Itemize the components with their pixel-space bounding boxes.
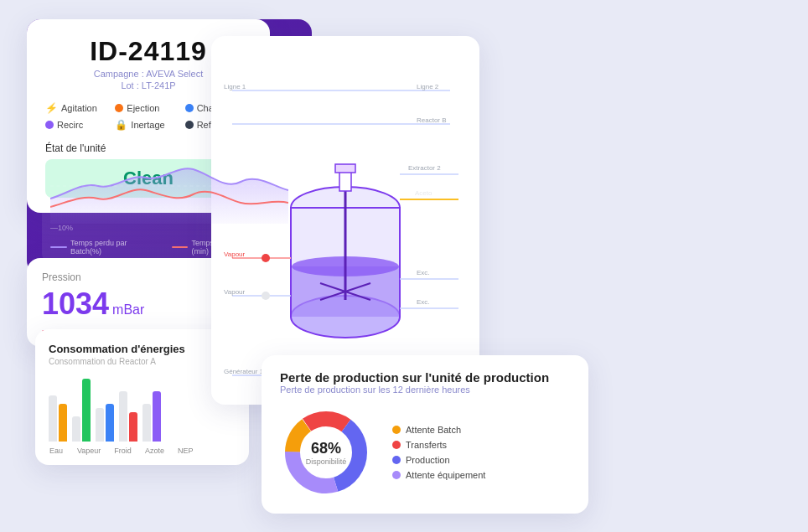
svg-text:Exc.: Exc. <box>417 298 430 306</box>
production-dot <box>392 456 401 464</box>
tag-inertage: 🔒 Inertage <box>115 119 181 131</box>
svg-rect-18 <box>335 164 355 173</box>
bar-froid <box>96 404 114 442</box>
production-card: Perte de production sur l'unité de produ… <box>262 355 588 514</box>
chaud-dot <box>185 104 194 112</box>
tag-ejection: Ejection <box>115 102 181 114</box>
legend-attente-batch: Attente Batch <box>392 425 485 435</box>
attente-batch-dot <box>392 426 401 434</box>
energy-title: Consommation d'énergies <box>49 343 236 355</box>
pressure-value: 1034 mBar <box>42 287 221 322</box>
svg-text:Ligne 2: Ligne 2 <box>417 83 439 90</box>
transferts-label: Transferts <box>406 440 447 450</box>
dashboard-scene: ID-24119 Campagne : AVEVA Select Lot : L… <box>27 19 781 514</box>
chart-svg-area <box>50 148 288 224</box>
donut-chart: 68% Disponibilité <box>280 406 372 498</box>
svg-text:Vapour: Vapour <box>224 288 246 296</box>
energy-bar-chart <box>49 374 236 442</box>
ejection-dot <box>115 104 123 112</box>
legend-transferts: Transferts <box>392 440 485 450</box>
recirc-dot <box>45 121 54 129</box>
pressure-number: 1034 <box>42 287 109 322</box>
legend-purple: Temps perdu par Batch(%) <box>50 239 160 256</box>
legend-production: Production <box>392 455 485 465</box>
svg-text:Générateur 1: Générateur 1 <box>224 368 264 375</box>
attente-batch-label: Attente Batch <box>406 425 461 435</box>
tag-recirc: Recirc <box>45 119 111 131</box>
axis-left-bottom: —10% <box>50 224 73 232</box>
prod-legend: Attente Batch Transferts Production Atte… <box>392 425 485 480</box>
bar-labels: Eau Vapeur Froid Azote NEP <box>49 447 236 455</box>
svg-text:Exc.: Exc. <box>417 269 430 276</box>
refroi-dot <box>185 121 194 129</box>
pressure-label: Pression <box>42 271 221 283</box>
svg-point-21 <box>262 254 270 262</box>
donut-percentage: 68% <box>306 439 347 457</box>
donut-label: 68% Disponibilité <box>306 439 347 465</box>
svg-text:Extractor 2: Extractor 2 <box>408 164 441 172</box>
svg-text:Vapour: Vapour <box>224 251 246 258</box>
svg-text:Reactor B: Reactor B <box>417 116 447 124</box>
bar-vapeur <box>72 379 91 442</box>
svg-point-24 <box>262 292 270 300</box>
prod-content: 68% Disponibilité Attente Batch Transfer… <box>280 406 570 498</box>
pressure-unit: mBar <box>112 302 144 318</box>
svg-text:Ligne 1: Ligne 1 <box>224 83 246 90</box>
tag-agitation: ⚡ Agitation <box>45 102 111 114</box>
attente-equipement-label: Attente équipement <box>406 470 485 480</box>
attente-equipement-dot <box>392 471 401 479</box>
production-label: Production <box>406 455 450 465</box>
prod-title: Perte de production sur l'unité de produ… <box>280 370 570 385</box>
svg-text:Aceto: Aceto <box>415 189 432 197</box>
bar-azote <box>119 391 137 442</box>
transferts-dot <box>392 441 401 449</box>
legend-attente-equipement: Attente équipement <box>392 470 485 480</box>
bar-eau <box>49 395 67 442</box>
bar-nep <box>142 391 161 442</box>
energy-subtitle: Consommation du Reactor A <box>49 357 236 366</box>
prod-subtitle: Perte de production sur les 12 dernière … <box>280 385 570 395</box>
donut-sublabel: Disponibilité <box>306 457 347 465</box>
legend-purple-label: Temps perdu par Batch(%) <box>70 239 160 256</box>
